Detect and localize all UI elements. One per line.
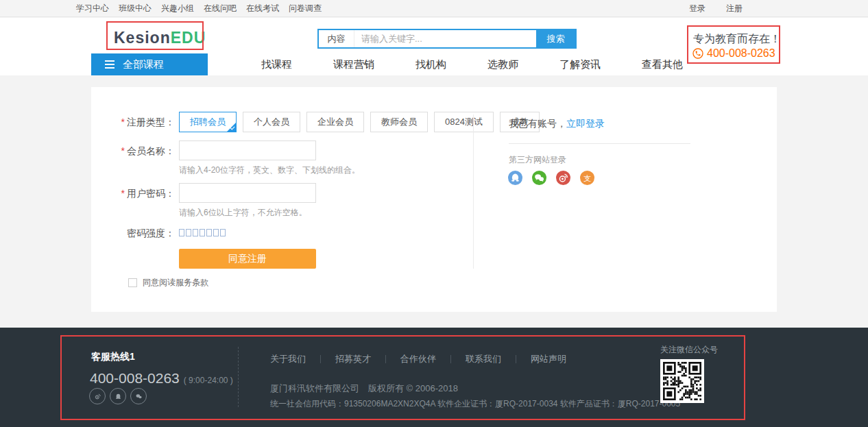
footer-link-separator <box>516 355 516 363</box>
username-label: *会员名称： <box>91 141 175 161</box>
username-input[interactable] <box>179 141 316 160</box>
register-link[interactable]: 注册 <box>726 0 743 17</box>
top-nav-links: 学习中心 班级中心 兴趣小组 在线问吧 在线考试 问卷调查 <box>76 0 322 17</box>
panel-divider <box>509 143 690 144</box>
login-now-link[interactable]: 立即登录 <box>566 118 605 129</box>
password-input[interactable] <box>179 183 316 203</box>
footer-link-about[interactable]: 关于我们 <box>270 353 306 365</box>
hamburger-icon <box>105 58 114 71</box>
nav-item-news[interactable]: 了解资讯 <box>559 53 601 75</box>
search-category-dropdown[interactable]: 内容 <box>319 30 354 47</box>
footer-copyright: 厦门科汛软件有限公司 版权所有 © 2006-2018 <box>270 382 458 395</box>
type-option-personal-member[interactable]: 个人会员 <box>243 112 300 132</box>
top-link-class-center[interactable]: 班级中心 <box>119 0 152 17</box>
nav-item-course-marketing[interactable]: 课程营销 <box>333 53 374 75</box>
wechat-login-icon[interactable] <box>532 171 546 185</box>
terms-label: 同意阅读服务条款 <box>143 277 208 289</box>
footer-weibo-icon[interactable] <box>89 388 106 404</box>
register-type-label: *注册类型： <box>91 112 175 132</box>
footer-qq-icon[interactable] <box>110 388 126 404</box>
nav-item-others[interactable]: 查看其他 <box>642 53 683 75</box>
footer-link-separator <box>450 355 451 363</box>
footer-link-contact[interactable]: 联系我们 <box>466 353 501 365</box>
vertical-divider <box>473 114 474 269</box>
all-courses-label: 全部课程 <box>123 58 164 71</box>
main-nav: 全部课程 找课程 课程营销 找机构 选教师 了解资讯 查看其他 <box>0 53 868 75</box>
search-bar: 内容 搜索 <box>317 29 577 49</box>
top-link-online-exam[interactable]: 在线考试 <box>246 0 279 17</box>
footer-link-separator <box>385 355 386 363</box>
footer-social-icons <box>89 388 147 404</box>
hotline-label: 客服热线1 <box>91 351 135 363</box>
registration-card: *注册类型： 招聘会员 个人会员 企业会员 教师会员 0824测试 成教 *会员… <box>91 87 777 312</box>
required-mark: * <box>121 145 125 156</box>
qq-login-icon[interactable] <box>508 171 522 185</box>
footer-credit-codes: 统一社会信用代码：91350206MA2XN2XQ4A 软件企业证书：厦RQ-2… <box>270 398 680 410</box>
required-mark: * <box>121 188 125 199</box>
type-option-teacher-member[interactable]: 教师会员 <box>370 112 428 132</box>
logo-text-edu: EDU <box>171 29 206 47</box>
hotline-hours: ( 9:00-24:00 ) <box>184 376 233 385</box>
footer-wechat-icon[interactable] <box>130 388 147 404</box>
site-header: KesionEDU 内容 搜索 专为教育而存在！ 400-008-0263 全部… <box>0 18 868 75</box>
password-strength-meter <box>179 229 226 236</box>
alipay-login-icon[interactable]: 支 <box>580 171 594 185</box>
svg-text:支: 支 <box>583 174 591 182</box>
qrcode <box>660 359 704 403</box>
site-footer: 客服热线1 400-008-0263( 9:00-24:00 ) <box>0 328 868 427</box>
header-slogan: 专为教育而存在！ <box>693 32 781 47</box>
nav-item-find-courses[interactable]: 找课程 <box>261 53 292 75</box>
password-strength-label: 密码强度： <box>91 223 175 243</box>
required-mark: * <box>121 117 125 127</box>
terms-checkbox[interactable] <box>128 278 137 287</box>
type-option-0824-test[interactable]: 0824测试 <box>434 112 494 132</box>
login-link[interactable]: 登录 <box>689 0 706 17</box>
wechat-follow-label: 关注微信公众号 <box>660 344 718 356</box>
have-account-row: 我已有账号，立即登录 <box>509 118 605 130</box>
type-option-recruit-member[interactable]: 招聘会员 <box>179 112 237 132</box>
nav-item-choose-teachers[interactable]: 选教师 <box>487 53 518 75</box>
footer-link-statement[interactable]: 网站声明 <box>531 353 566 365</box>
top-account-links: 登录 注册 <box>689 0 743 17</box>
terms-row: 同意阅读服务条款 <box>128 277 208 289</box>
all-courses-button[interactable]: 全部课程 <box>91 53 208 75</box>
nav-menu: 找课程 课程营销 找机构 选教师 了解资讯 查看其他 <box>261 53 683 75</box>
search-button[interactable]: 搜索 <box>536 30 575 47</box>
password-hint: 请输入6位以上字符，不允许空格。 <box>179 207 307 219</box>
hotline-number: 400-008-0263( 9:00-24:00 ) <box>90 370 233 387</box>
third-party-label: 第三方网站登录 <box>509 154 566 166</box>
top-link-learning-center[interactable]: 学习中心 <box>76 0 109 17</box>
third-party-login-icons: 支 <box>508 171 594 185</box>
password-label: *用户密码： <box>91 183 175 204</box>
top-utility-bar: 学习中心 班级中心 兴趣小组 在线问吧 在线考试 问卷调查 登录 注册 <box>0 0 868 17</box>
weibo-login-icon[interactable] <box>556 171 570 185</box>
top-link-interest-groups[interactable]: 兴趣小组 <box>161 0 194 17</box>
footer-link-separator <box>320 355 321 363</box>
footer-link-partners[interactable]: 合作伙伴 <box>400 353 436 365</box>
nav-item-find-institutions[interactable]: 找机构 <box>415 53 446 75</box>
qrcode-image <box>663 362 701 400</box>
top-link-online-qa[interactable]: 在线问吧 <box>204 0 237 17</box>
register-submit-button[interactable]: 同意注册 <box>179 249 316 269</box>
username-hint: 请输入4-20位字符，英文、数字、下划线的组合。 <box>179 164 360 176</box>
search-input[interactable] <box>354 30 536 47</box>
register-type-options: 招聘会员 个人会员 企业会员 教师会员 0824测试 成教 <box>179 112 540 132</box>
logo-text-kesion: Kesion <box>114 29 171 47</box>
site-logo[interactable]: KesionEDU <box>114 29 206 47</box>
footer-link-careers[interactable]: 招募英才 <box>335 353 371 365</box>
have-account-text: 我已有账号， <box>509 118 566 129</box>
footer-divider <box>238 347 239 407</box>
top-link-survey[interactable]: 问卷调查 <box>289 0 322 17</box>
footer-links: 关于我们 招募英才 合作伙伴 联系我们 网站声明 <box>270 353 566 365</box>
type-option-enterprise-member[interactable]: 企业会员 <box>306 112 364 132</box>
